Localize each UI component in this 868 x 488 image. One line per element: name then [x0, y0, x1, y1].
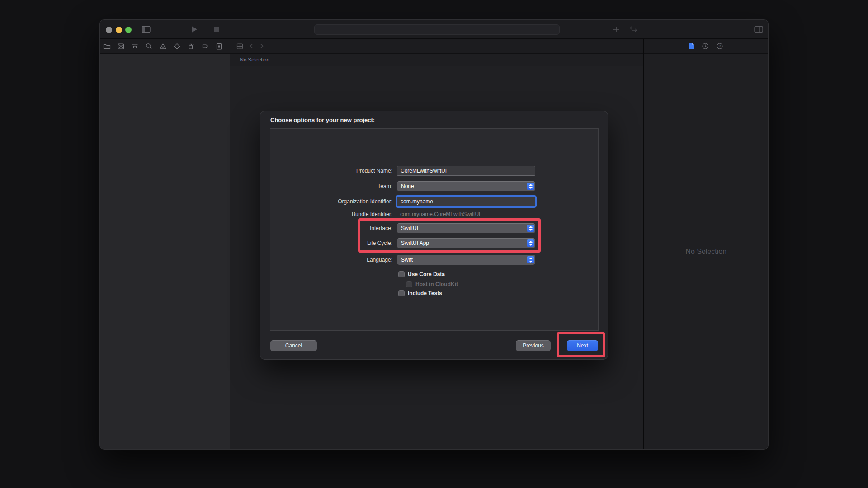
language-popup[interactable]: Swift	[397, 255, 535, 265]
svg-text:?: ?	[719, 44, 721, 48]
find-navigator-icon[interactable]	[145, 42, 153, 50]
window-toolbar	[100, 20, 768, 39]
product-name-field[interactable]	[397, 166, 535, 176]
jump-bar[interactable]: No Selection	[230, 54, 644, 66]
forward-icon[interactable]	[259, 43, 264, 49]
history-inspector-icon[interactable]	[702, 42, 709, 50]
organization-identifier-label: Organization Identifier:	[270, 197, 392, 206]
bundle-identifier-value: com.myname.CoreMLwithSwiftUI	[400, 211, 480, 218]
team-popup[interactable]: None	[397, 181, 535, 191]
zoom-window-button[interactable]	[125, 27, 132, 33]
team-popup-value: None	[401, 183, 414, 189]
dialog-title: Choose options for your new project:	[270, 117, 375, 123]
run-icon[interactable]	[192, 26, 198, 33]
product-name-label: Product Name:	[270, 166, 392, 176]
popup-stepper-icon	[527, 183, 534, 190]
inspector-toggle-icon[interactable]	[754, 26, 763, 33]
activity-status-bar	[314, 24, 560, 35]
file-inspector-icon[interactable]	[689, 42, 694, 50]
symbol-navigator-icon[interactable]	[131, 42, 139, 50]
language-label: Language:	[270, 255, 392, 265]
highlight-box-next-button	[557, 332, 605, 357]
highlight-box-interface-lifecycle	[358, 218, 541, 253]
navigator-panel	[100, 39, 230, 450]
library-add-icon[interactable]	[613, 26, 620, 33]
help-inspector-icon[interactable]: ?	[716, 42, 723, 50]
team-label: Team:	[270, 181, 392, 191]
breakpoint-navigator-icon[interactable]	[201, 42, 209, 50]
source-control-navigator-icon[interactable]	[117, 42, 125, 50]
back-icon[interactable]	[249, 43, 254, 49]
test-navigator-icon[interactable]	[173, 42, 181, 50]
cancel-button[interactable]: Cancel	[270, 340, 317, 351]
inspector-tab-bar: ?	[644, 39, 768, 54]
include-tests-label: Include Tests	[408, 290, 442, 296]
minimize-window-button[interactable]	[116, 27, 122, 33]
code-review-icon[interactable]	[629, 26, 637, 32]
previous-button[interactable]: Previous	[516, 340, 551, 351]
use-core-data-label: Use Core Data	[408, 271, 445, 277]
inspector-placeholder: No Selection	[644, 54, 768, 450]
jump-bar-text: No Selection	[240, 57, 269, 62]
popup-stepper-icon	[527, 256, 534, 263]
use-core-data-checkbox[interactable]	[398, 271, 405, 277]
organization-identifier-field[interactable]	[397, 197, 535, 206]
inspector-panel: ? No Selection	[644, 39, 768, 450]
close-window-button[interactable]	[106, 27, 112, 33]
host-in-cloudkit-checkbox	[406, 281, 412, 287]
navigator-empty-area	[100, 54, 230, 450]
stop-icon[interactable]	[214, 27, 219, 32]
navigator-toggle-icon[interactable]	[142, 26, 151, 33]
related-items-icon[interactable]	[236, 42, 244, 50]
project-navigator-icon[interactable]	[103, 42, 111, 50]
editor-tab-bar	[230, 39, 644, 54]
navigator-tab-bar	[100, 39, 230, 54]
language-popup-value: Swift	[401, 257, 413, 263]
report-navigator-icon[interactable]	[215, 42, 223, 50]
debug-navigator-icon[interactable]	[187, 42, 195, 50]
host-in-cloudkit-label: Host in CloudKit	[415, 281, 458, 287]
issue-navigator-icon[interactable]	[159, 42, 167, 50]
include-tests-checkbox[interactable]	[398, 290, 405, 296]
